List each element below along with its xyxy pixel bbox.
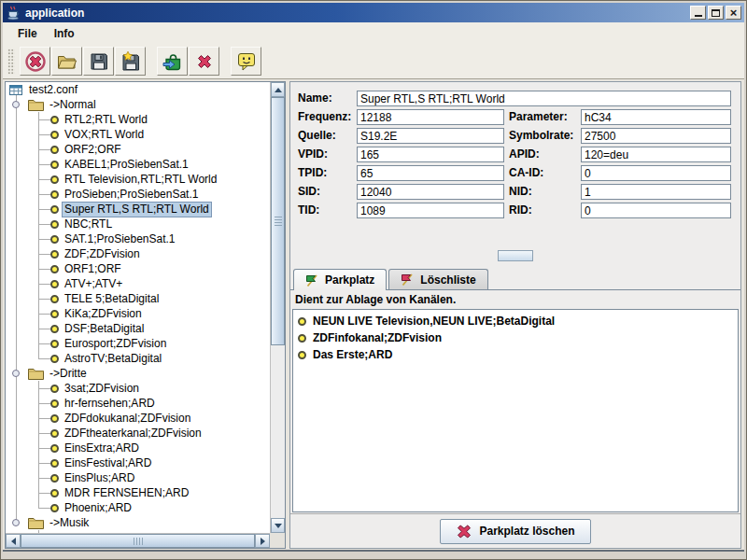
about-button[interactable] (231, 47, 261, 76)
tree-item[interactable]: ORF2;ORF (6, 142, 270, 157)
field-sid[interactable] (357, 184, 504, 200)
tree-item[interactable]: EinsFestival;ARD (6, 455, 270, 470)
field-quelle[interactable] (357, 128, 504, 144)
tree-item[interactable]: MDR FERNSEHEN;ARD (6, 485, 270, 500)
tree-group[interactable]: ->Normal (6, 97, 270, 112)
field-label-caid: CA-ID: (509, 165, 576, 181)
scroll-left-button[interactable] (6, 534, 21, 548)
field-name[interactable] (357, 91, 731, 106)
red-cross-icon (456, 524, 472, 539)
field-caid[interactable] (581, 165, 731, 181)
field-apid[interactable] (581, 147, 731, 162)
field-nid[interactable] (581, 184, 731, 200)
tree-root[interactable]: test2.conf (6, 82, 270, 97)
tree-item[interactable]: SAT.1;ProSiebenSat.1 (6, 231, 270, 246)
parkplatz-list: NEUN LIVE Television,NEUN LIVE;BetaDigit… (292, 309, 739, 512)
tree-item[interactable]: ATV+;ATV+ (6, 276, 270, 291)
scroll-down-button[interactable] (271, 518, 285, 533)
tree-item[interactable]: KABEL1;ProSiebenSat.1 (6, 157, 270, 172)
horizontal-scroll-thumb[interactable] (21, 534, 255, 548)
tree-group[interactable]: ->Musik (6, 515, 270, 530)
maximize-button[interactable] (708, 6, 724, 20)
tree-item-label: ZDFdokukanal;ZDFvision (63, 412, 192, 426)
tree-item[interactable]: ProSieben;ProSiebenSat.1 (6, 187, 270, 202)
parkplatz-item[interactable]: Das Erste;ARD (298, 346, 733, 363)
tree-item[interactable]: TELE 5;BetaDigital (6, 291, 270, 306)
tree-item[interactable]: DSF;BetaDigital (6, 321, 270, 336)
field-label-quelle: Quelle: (298, 128, 352, 144)
import-button[interactable] (157, 47, 188, 76)
close-file-button[interactable] (20, 47, 50, 76)
parkplatz-item[interactable]: ZDFinfokanal;ZDFvision (298, 329, 733, 346)
tree-item[interactable]: VOX;RTL World (6, 127, 270, 142)
open-file-button[interactable] (51, 47, 82, 76)
tree-item[interactable]: ZDFtheaterkanal;ZDFvision (6, 426, 270, 441)
expander-icon[interactable] (12, 370, 20, 377)
tree-item-label: TELE 5;BetaDigital (63, 292, 161, 306)
tree-item-label: Eurosport;ZDFvision (63, 337, 168, 351)
tree-group[interactable]: ->Dritte (6, 366, 270, 381)
minimize-button[interactable] (690, 6, 706, 20)
left-arrow-icon (11, 538, 16, 545)
tree-item[interactable]: RTL Television,RTL;RTL World (6, 172, 270, 187)
folder-icon (28, 98, 44, 111)
vertical-scroll-thumb[interactable] (271, 97, 285, 345)
channel-icon (298, 317, 306, 326)
window-controls: × (690, 6, 741, 20)
close-button[interactable]: × (726, 6, 741, 20)
save-button[interactable] (83, 47, 114, 76)
expander-icon[interactable] (12, 101, 20, 108)
tree-item[interactable]: AstroTV;BetaDigital (6, 351, 270, 366)
channel-icon (50, 459, 59, 468)
channel-icon (50, 235, 59, 244)
tree-horizontal-scrollbar[interactable] (6, 533, 270, 548)
tree-item[interactable]: ZDFdokukanal;ZDFvision (6, 411, 270, 426)
menu-file[interactable]: File (9, 24, 46, 43)
field-vpid[interactable] (357, 147, 504, 162)
channel-icon (50, 325, 59, 333)
tab-l-schliste[interactable]: Löschliste (388, 269, 487, 289)
tree-item[interactable]: 3sat;ZDFvision (6, 381, 270, 396)
delete-button[interactable] (189, 47, 219, 76)
expander-icon[interactable] (12, 519, 20, 526)
tab-parkplatz[interactable]: Parkplatz (293, 269, 387, 290)
toolbar-grip[interactable] (7, 49, 15, 75)
tree-item[interactable]: hr-fernsehen;ARD (6, 396, 270, 411)
field-parameter[interactable] (581, 109, 731, 125)
splitter-handle[interactable] (498, 250, 533, 261)
tree-item-label: AstroTV;BetaDigital (63, 352, 163, 366)
menu-info[interactable]: Info (46, 24, 83, 43)
tree-item[interactable]: Phoenix;ARD (6, 500, 270, 515)
tree-item[interactable]: Super RTL,S RTL;RTL World (6, 202, 270, 217)
open-folder-icon (56, 50, 78, 73)
parkplatz-description: Dient zur Ablage von Kanälen. (295, 293, 456, 306)
field-symbolrate[interactable] (581, 128, 731, 144)
field-label-frequenz: Frequenz: (298, 109, 352, 125)
field-frequenz[interactable] (357, 109, 504, 125)
tree-item[interactable]: KiKa;ZDFvision (6, 306, 270, 321)
scroll-up-button[interactable] (271, 82, 285, 97)
parkplatz-loeschen-button[interactable]: Parkplatz löschen (440, 519, 590, 544)
field-tid[interactable] (357, 203, 504, 218)
field-rid[interactable] (581, 203, 731, 218)
tree-item[interactable]: ORF1;ORF (6, 261, 270, 276)
tree-item[interactable]: ZDF;ZDFvision (6, 246, 270, 261)
tree-group-label: ->Normal (48, 98, 98, 112)
smiley-bubble-icon (235, 50, 258, 73)
down-arrow-icon (275, 524, 282, 528)
tree-item-label: 3sat;ZDFvision (63, 382, 141, 396)
parkplatz-item[interactable]: NEUN LIVE Television,NEUN LIVE;BetaDigit… (298, 313, 733, 329)
channel-icon (50, 190, 59, 199)
tree-item-label: ORF1;ORF (63, 262, 123, 276)
tree-item[interactable]: NBC;RTL (6, 217, 270, 231)
field-tpid[interactable] (357, 165, 504, 181)
tree-vertical-scrollbar[interactable] (270, 82, 285, 533)
tree-item[interactable]: Eurosport;ZDFvision (6, 336, 270, 351)
channel-icon (50, 474, 59, 483)
tree-item[interactable]: RTL2;RTL World (6, 112, 270, 127)
tree-group-label: ->Musik (48, 516, 91, 530)
save-as-button[interactable] (115, 47, 146, 76)
tree-item[interactable]: EinsPlus;ARD (6, 470, 270, 485)
tree-item[interactable]: EinsExtra;ARD (6, 441, 270, 455)
scroll-right-button[interactable] (255, 534, 270, 548)
